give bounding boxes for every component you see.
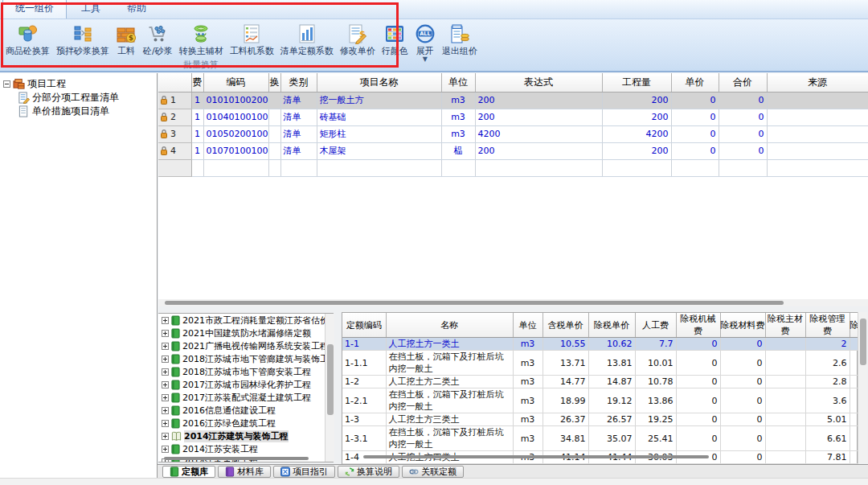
- quota-table-cell[interactable]: 0: [676, 426, 720, 451]
- main-table-cell[interactable]: [268, 142, 280, 159]
- main-table-column-header[interactable]: 换: [268, 73, 280, 92]
- plus-box-icon[interactable]: [162, 381, 169, 388]
- library-tree-item[interactable]: 2021广播电视传输网络系统安装工程预算定额: [158, 339, 333, 352]
- main-table-cell[interactable]: 0: [671, 92, 719, 109]
- tab-material-library[interactable]: 材料库: [218, 466, 271, 478]
- main-table-empty-cell[interactable]: [203, 159, 268, 176]
- library-horizontal-scrollbar[interactable]: [159, 455, 325, 462]
- main-table-row-header[interactable]: 1: [158, 92, 191, 109]
- quota-table-cell[interactable]: 5.01: [805, 413, 850, 426]
- quota-table-cell[interactable]: 26.37: [542, 413, 588, 426]
- quota-table-cell[interactable]: [850, 413, 858, 426]
- main-table-column-header[interactable]: 表达式: [475, 73, 602, 92]
- main-table-cell[interactable]: 200: [475, 142, 602, 159]
- main-table-cell[interactable]: 0: [719, 92, 767, 109]
- exit-pricing-button[interactable]: 退出组价: [439, 21, 481, 56]
- project-tree-root[interactable]: 项目工程: [0, 77, 157, 91]
- quota-table-cell[interactable]: 35.07: [588, 426, 635, 451]
- main-table-empty-cell[interactable]: [767, 159, 868, 176]
- main-table-cell[interactable]: 0: [671, 109, 719, 125]
- plus-box-icon[interactable]: [162, 343, 169, 350]
- main-table-cell[interactable]: 010701001001: [203, 142, 268, 159]
- main-table-cell[interactable]: 清单: [280, 92, 317, 109]
- main-table-cell[interactable]: 清单: [280, 109, 317, 125]
- main-table-cell[interactable]: 010101002001: [203, 92, 268, 109]
- main-table-column-header[interactable]: 来源: [767, 73, 868, 92]
- quota-table-cell[interactable]: 0: [720, 351, 765, 376]
- quota-table-cell[interactable]: 0: [720, 338, 765, 351]
- main-table-cell[interactable]: 0: [719, 109, 767, 125]
- quota-table-cell[interactable]: m3: [513, 338, 542, 351]
- quota-table-cell[interactable]: m3: [513, 351, 542, 376]
- quota-table-cell[interactable]: 0: [676, 388, 720, 413]
- main-table-cell[interactable]: 砖基础: [317, 109, 441, 125]
- quota-table-cell[interactable]: 10.62: [588, 338, 635, 351]
- main-table-cell[interactable]: 4200: [602, 125, 671, 142]
- quota-table-cell[interactable]: 0: [676, 413, 720, 426]
- quota-table-column-header[interactable]: 除税材料费: [720, 313, 765, 338]
- library-tree-item[interactable]: 2021市政工程消耗量定额江苏省估价表: [158, 314, 333, 327]
- quota-table-cell[interactable]: 10.01: [635, 351, 676, 376]
- modify-unit-price-button[interactable]: $修改单价: [337, 21, 379, 56]
- quota-table-cell[interactable]: 人工挖土方二类土: [386, 376, 513, 388]
- main-table-row-header[interactable]: 2: [158, 109, 191, 125]
- main-table-cell[interactable]: [767, 142, 868, 159]
- main-table-cell[interactable]: 挖一般土方: [317, 92, 441, 109]
- plus-box-icon[interactable]: [162, 407, 169, 414]
- ready-mix-mortar-convert-button[interactable]: 预拌砂浆换算: [53, 21, 113, 56]
- quota-table-cell[interactable]: 13.81: [588, 351, 635, 376]
- main-table-empty-row[interactable]: [158, 159, 868, 176]
- main-table-cell[interactable]: 200: [602, 109, 671, 125]
- quota-table-cell[interactable]: 13.86: [635, 388, 676, 413]
- quota-table-cell[interactable]: [850, 388, 858, 413]
- main-table-cell[interactable]: 200: [475, 109, 602, 125]
- quota-vertical-scrollbar[interactable]: [858, 312, 867, 463]
- library-hscroll-thumb[interactable]: [164, 457, 309, 460]
- plus-box-icon[interactable]: [162, 433, 169, 440]
- library-tree-item[interactable]: 2014江苏安装工程: [158, 442, 333, 455]
- tab-unified-pricing[interactable]: 统一组价: [2, 0, 67, 18]
- quota-table-column-header[interactable]: 人工费: [635, 313, 676, 338]
- plus-box-icon[interactable]: [162, 330, 169, 337]
- main-table-row-header[interactable]: 3: [158, 125, 191, 142]
- main-table-cell[interactable]: 0: [719, 125, 767, 142]
- quota-table-cell[interactable]: 19.25: [635, 413, 676, 426]
- main-table-cell[interactable]: [767, 125, 868, 142]
- library-tree-item[interactable]: 2016江苏绿色建筑工程: [158, 417, 333, 430]
- list-quota-factor-button[interactable]: 清单定额系数: [277, 21, 337, 56]
- plus-box-icon[interactable]: [162, 368, 169, 376]
- quota-table-column-header[interactable]: 定额编码: [342, 313, 386, 338]
- quota-table-cell[interactable]: 1-1: [342, 338, 386, 351]
- main-table-cell[interactable]: 矩形柱: [317, 125, 441, 142]
- main-table-cell[interactable]: 0: [671, 125, 719, 142]
- library-tree-item[interactable]: 2018江苏城市地下管廊建筑与装饰工程: [158, 352, 333, 365]
- tab-quota-library[interactable]: 定额库: [162, 466, 215, 478]
- quota-table-cell[interactable]: 34.81: [542, 426, 588, 451]
- main-table-column-header[interactable]: 合价: [719, 73, 767, 92]
- main-table-column-header[interactable]: 项目名称: [317, 73, 441, 92]
- quota-table-cell[interactable]: 1-2.1: [342, 388, 386, 413]
- quota-table-column-header[interactable]: 名称: [386, 313, 513, 338]
- main-table-cell[interactable]: 010502001001: [203, 125, 268, 142]
- row-color-button[interactable]: 行颜色: [379, 21, 411, 56]
- quota-table-cell[interactable]: 18.99: [542, 388, 588, 413]
- quota-table-cell[interactable]: 0: [720, 413, 765, 426]
- main-table-cell[interactable]: [767, 92, 868, 109]
- quota-table-cell[interactable]: 1-3.1: [342, 426, 386, 451]
- main-table-cell[interactable]: 200: [475, 92, 602, 109]
- quota-table-cell[interactable]: 0: [720, 388, 765, 413]
- plus-box-icon[interactable]: [162, 394, 169, 401]
- quota-table-column-header[interactable]: 除税管理费: [805, 313, 850, 338]
- quota-table-cell[interactable]: [765, 413, 805, 426]
- main-table-empty-cell[interactable]: [475, 159, 602, 176]
- main-table-cell[interactable]: 0: [671, 142, 719, 159]
- quota-table-cell[interactable]: 0: [676, 351, 720, 376]
- library-tree-item[interactable]: 2014江苏建筑与装饰工程: [158, 430, 333, 442]
- main-table-cell[interactable]: m3: [441, 92, 475, 109]
- upper-horizontal-scrollbar[interactable]: [158, 299, 868, 306]
- quota-table-cell[interactable]: 14.77: [542, 376, 588, 388]
- tab-linked-quota[interactable]: 关联定额: [402, 466, 464, 478]
- quota-table-cell[interactable]: m3: [513, 376, 542, 388]
- library-tree-item[interactable]: 2017江苏装配式混凝土建筑工程: [158, 391, 333, 404]
- quota-table-cell[interactable]: 25.41: [635, 426, 676, 451]
